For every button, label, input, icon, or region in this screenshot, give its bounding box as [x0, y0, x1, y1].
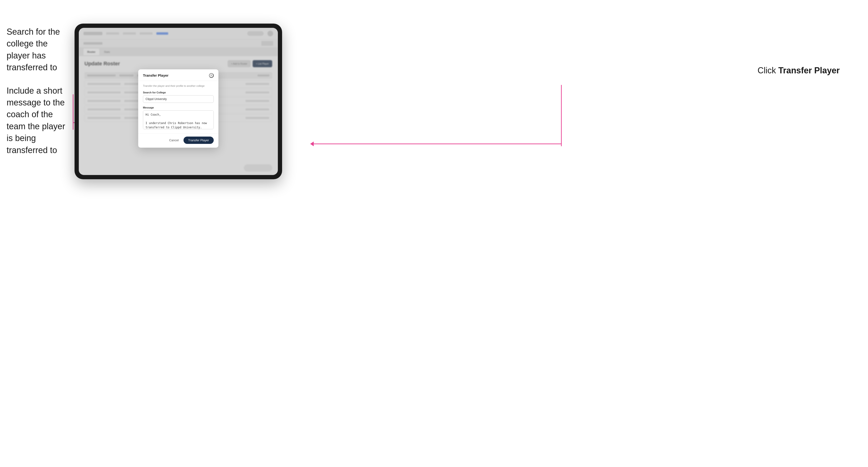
transfer-player-modal: Transfer Player × Transfer the player an…	[138, 69, 218, 148]
college-label: Search for College	[143, 91, 214, 94]
annotation-transfer-text: Transfer Player	[778, 66, 840, 75]
cancel-button[interactable]: Cancel	[167, 137, 181, 144]
annotation-text-top: Search for the college the player has tr…	[7, 26, 73, 73]
message-textarea[interactable]: Hi Coach, I understand Chris Robertson h…	[143, 111, 214, 129]
tablet-screen: Roster Stats Update Roster + Add to Rost…	[79, 28, 278, 175]
modal-overlay: Transfer Player × Transfer the player an…	[79, 28, 278, 175]
annotation-click-text: Click	[757, 66, 776, 75]
college-search-input[interactable]	[143, 95, 214, 103]
svg-marker-3	[310, 142, 314, 146]
modal-footer: Cancel Transfer Player	[138, 133, 218, 148]
message-label: Message	[143, 106, 214, 109]
modal-header: Transfer Player ×	[138, 69, 218, 81]
modal-close-button[interactable]: ×	[209, 73, 214, 78]
transfer-player-button[interactable]: Transfer Player	[184, 136, 214, 144]
annotation-right: Click Transfer Player	[757, 66, 840, 75]
tablet-device: Roster Stats Update Roster + Add to Rost…	[74, 24, 282, 179]
annotation-left: Search for the college the player has tr…	[7, 26, 73, 167]
annotation-text-bottom: Include a short message to the coach of …	[7, 85, 73, 156]
modal-body: Transfer the player and their profile to…	[138, 81, 218, 133]
modal-description: Transfer the player and their profile to…	[143, 84, 214, 88]
modal-title: Transfer Player	[143, 73, 168, 77]
